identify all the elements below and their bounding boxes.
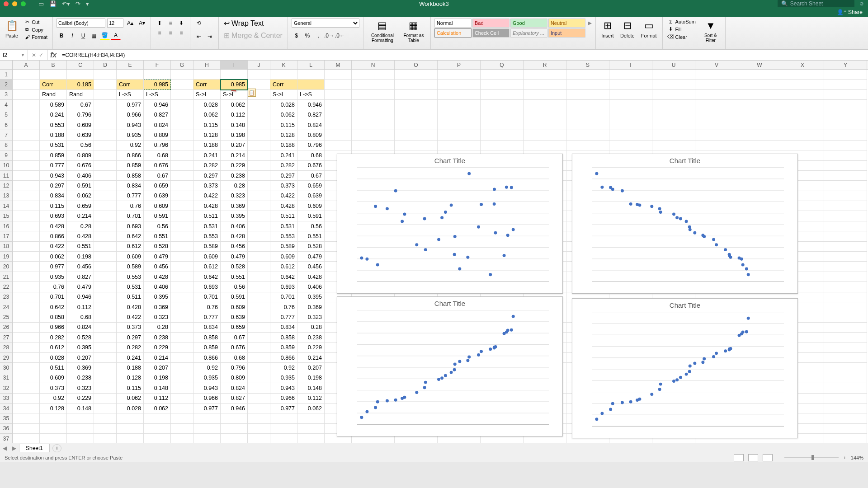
cell-K33[interactable]: 0.966	[270, 394, 297, 404]
cell-Q6[interactable]	[481, 120, 524, 130]
cell-V2[interactable]	[695, 80, 738, 89]
tab-data[interactable]: Data	[141, 7, 165, 17]
row-header-37[interactable]: 37	[0, 434, 13, 443]
cell-I23[interactable]: 0.591	[221, 292, 248, 302]
cell-M5[interactable]	[325, 110, 352, 120]
cell-E24[interactable]: 0.428	[117, 302, 144, 312]
cell-M4[interactable]	[325, 100, 352, 110]
cell-B36[interactable]	[40, 424, 67, 434]
cell-Y6[interactable]	[824, 120, 867, 130]
cell-E32[interactable]: 0.115	[117, 383, 144, 393]
cell-D29[interactable]	[94, 353, 117, 363]
cell-C20[interactable]: 0.456	[67, 262, 94, 272]
cell-L12[interactable]: 0.659	[297, 181, 325, 191]
cell-I27[interactable]: 0.67	[221, 333, 248, 343]
cell-I15[interactable]: 0.395	[221, 211, 248, 221]
cell-F17[interactable]: 0.551	[144, 231, 171, 241]
cell-E20[interactable]: 0.589	[117, 262, 144, 272]
cell-A3[interactable]	[13, 90, 40, 100]
worksheet-grid[interactable]: ABCDEFGHIJKLMNOPQRSTUVWXY 12Corr0.185Cor…	[0, 61, 868, 443]
cell-B12[interactable]: 0.297	[40, 181, 67, 191]
cell-I28[interactable]: 0.676	[221, 343, 248, 353]
cell-Y9[interactable]	[824, 150, 867, 160]
cell-L1[interactable]	[297, 70, 325, 80]
col-header-S[interactable]: S	[566, 61, 609, 69]
cell-G1[interactable]	[171, 70, 193, 80]
qat-redo-icon[interactable]: ↷	[75, 0, 80, 7]
cell-L29[interactable]: 0.214	[297, 353, 325, 363]
row-header-17[interactable]: 17	[0, 231, 13, 241]
cell-Q4[interactable]	[481, 100, 524, 110]
cell-X1[interactable]	[781, 70, 824, 80]
cell-A25[interactable]	[13, 312, 40, 322]
increase-indent-button[interactable]: ⇥	[205, 32, 215, 41]
cell-H27[interactable]: 0.858	[193, 333, 221, 343]
cell-C27[interactable]: 0.528	[67, 333, 94, 343]
format-cells-button[interactable]: ▭Format	[639, 19, 659, 39]
cell-L14[interactable]: 0.609	[297, 201, 325, 211]
style-neutral[interactable]: Neutral	[548, 19, 585, 28]
percent-button[interactable]: %	[302, 31, 312, 40]
cell-H33[interactable]: 0.966	[193, 394, 221, 404]
cell-F32[interactable]: 0.148	[144, 383, 171, 393]
cell-K35[interactable]	[270, 413, 297, 423]
cell-O1[interactable]	[395, 70, 438, 80]
cell-F5[interactable]: 0.827	[144, 110, 171, 120]
style-normal[interactable]: Normal	[434, 19, 472, 28]
sort-filter-button[interactable]: ▼Sort & Filter	[700, 19, 722, 44]
cell-I1[interactable]	[221, 70, 248, 80]
conditional-formatting-button[interactable]: ▤Conditional Formatting	[367, 19, 398, 44]
zoom-slider[interactable]	[784, 457, 839, 458]
row-header-8[interactable]: 8	[0, 141, 13, 150]
cell-J25[interactable]	[248, 312, 270, 322]
cell-A7[interactable]	[13, 130, 40, 140]
cell-S6[interactable]	[566, 120, 609, 130]
cell-L27[interactable]: 0.238	[297, 333, 325, 343]
cell-S1[interactable]	[566, 70, 609, 80]
cell-H28[interactable]: 0.859	[193, 343, 221, 353]
row-header-12[interactable]: 12	[0, 181, 13, 191]
cell-I18[interactable]: 0.456	[221, 242, 248, 252]
cell-L25[interactable]: 0.323	[297, 312, 325, 322]
cell-L4[interactable]: 0.946	[297, 100, 325, 110]
cell-C34[interactable]: 0.148	[67, 404, 94, 413]
zoom-window[interactable]	[21, 1, 26, 6]
cell-B15[interactable]: 0.693	[40, 211, 67, 221]
cell-F37[interactable]	[144, 434, 171, 443]
cell-J7[interactable]	[248, 130, 270, 140]
cell-D26[interactable]	[94, 323, 117, 333]
cell-H25[interactable]: 0.777	[193, 312, 221, 322]
cell-Q2[interactable]	[481, 80, 524, 89]
cell-D20[interactable]	[94, 262, 117, 272]
cell-G4[interactable]	[171, 100, 193, 110]
delete-cells-button[interactable]: ⊟Delete	[618, 19, 637, 39]
sheet-tab[interactable]: Sheet1	[19, 444, 50, 452]
cell-I6[interactable]: 0.148	[221, 120, 248, 130]
page-layout-view-button[interactable]	[748, 454, 758, 461]
cell-J36[interactable]	[248, 424, 270, 434]
col-header-D[interactable]: D	[94, 61, 117, 69]
cell-Y22[interactable]	[824, 282, 867, 292]
cell-O7[interactable]	[395, 130, 438, 140]
cell-D15[interactable]	[94, 211, 117, 221]
cell-D1[interactable]	[94, 70, 117, 80]
search-sheet[interactable]: 🔍Search Sheet	[778, 0, 854, 8]
cell-Y10[interactable]	[824, 161, 867, 171]
col-header-E[interactable]: E	[117, 61, 144, 69]
cell-R6[interactable]	[524, 120, 566, 130]
cell-N2[interactable]	[352, 80, 395, 89]
cell-J5[interactable]	[248, 110, 270, 120]
cell-A18[interactable]	[13, 242, 40, 252]
cell-C29[interactable]: 0.207	[67, 353, 94, 363]
paste-button[interactable]: 📋Paste	[4, 19, 20, 39]
style-good[interactable]: Good	[510, 19, 547, 28]
col-header-P[interactable]: P	[438, 61, 481, 69]
row-header-4[interactable]: 4	[0, 100, 13, 110]
cell-L8[interactable]: 0.796	[297, 141, 325, 150]
cell-F22[interactable]: 0.406	[144, 282, 171, 292]
cell-O3[interactable]	[395, 90, 438, 100]
cell-A15[interactable]	[13, 211, 40, 221]
cell-A1[interactable]	[13, 70, 40, 80]
cell-Y3[interactable]	[824, 90, 867, 100]
col-header-A[interactable]: A	[13, 61, 40, 69]
